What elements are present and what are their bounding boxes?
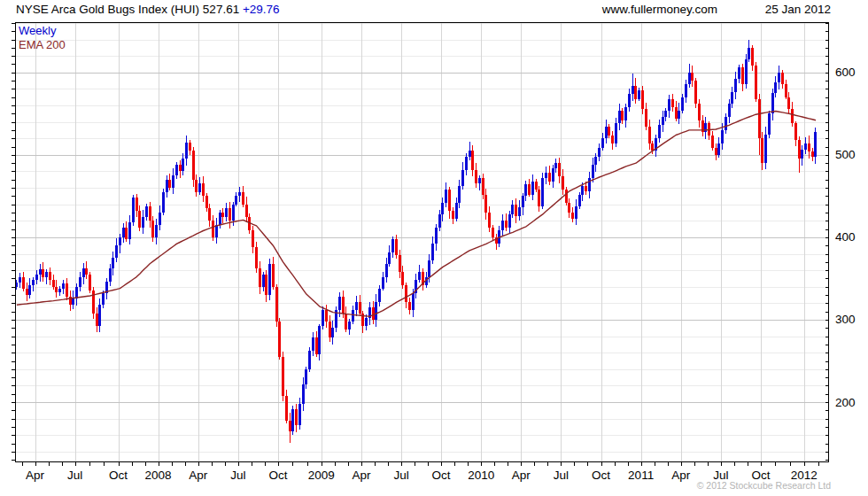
- x-axis-label: 2008: [145, 469, 172, 482]
- x-axis-label: Oct: [592, 469, 610, 482]
- y-axis-label: 500: [835, 148, 856, 161]
- price-chart: 600500400300200AprJulOct2008AprJulOct200…: [0, 0, 868, 496]
- y-axis-label: 600: [835, 66, 856, 79]
- x-axis-label: Apr: [26, 469, 45, 482]
- x-axis-label: Oct: [432, 469, 451, 482]
- y-axis-label: 400: [835, 230, 856, 244]
- x-axis-label: Jul: [393, 469, 408, 482]
- x-axis-label: Jul: [67, 469, 82, 482]
- legend-timeframe-label: Weekly: [19, 24, 66, 38]
- copyright-text: © 2012 Stockcube Research Ltd: [697, 480, 831, 491]
- y-axis-label: 300: [835, 313, 856, 326]
- x-axis-label: Jul: [230, 469, 245, 482]
- chart-legend: Weekly EMA 200: [19, 24, 66, 52]
- x-axis-label: Jul: [554, 469, 569, 482]
- x-axis-label: Oct: [109, 469, 128, 482]
- y-axis-label: 200: [835, 396, 856, 409]
- x-axis-label: 2009: [308, 469, 335, 482]
- x-axis-label: Apr: [671, 469, 691, 482]
- x-axis-label: 2011: [628, 469, 654, 482]
- x-axis-label: 2010: [468, 469, 494, 482]
- x-axis-label: Oct: [268, 469, 287, 482]
- legend-ema-label: EMA 200: [19, 38, 66, 52]
- x-axis-label: Apr: [512, 469, 531, 482]
- x-axis-label: Apr: [352, 469, 371, 482]
- x-axis-label: Apr: [189, 469, 208, 482]
